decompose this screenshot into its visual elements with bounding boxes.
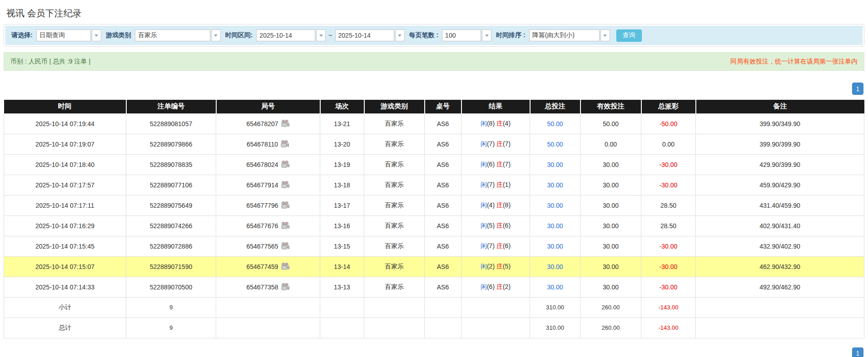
game-type-value[interactable]: 百家乐 (135, 29, 210, 41)
totals-empty-cell (364, 297, 425, 318)
query-mode-dropdown-button[interactable] (92, 29, 101, 41)
table-number-cell: AS6 (425, 215, 461, 236)
totals-valid-bet-cell: 260.00 (580, 297, 641, 318)
round-number: 654677914 (246, 181, 278, 189)
pagination-bottom: 1 (4, 347, 863, 357)
summary-bar: 币别 : 人民币 | 总共 :9 注单 | 同局有效投注，统一计算在该局第一张注… (4, 52, 864, 71)
totals-empty-cell (425, 318, 461, 338)
valid-bet-cell: 50.00 (580, 113, 641, 134)
total-bet-cell: 30.00 (530, 236, 580, 256)
total-bet-link[interactable]: 30.00 (547, 243, 563, 250)
total-bet-link[interactable]: 30.00 (547, 202, 563, 209)
round-number: 654677459 (246, 263, 278, 270)
game-type-cell: 百家乐 (364, 277, 425, 297)
session-cell: 13-13 (320, 277, 364, 297)
query-mode-select[interactable]: 日期查询 (36, 29, 101, 41)
query-mode-value[interactable]: 日期查询 (36, 29, 91, 41)
video-camera-icon[interactable] (281, 120, 290, 127)
game-type-select[interactable]: 百家乐 (135, 29, 221, 41)
date-to-picker[interactable]: 2025-10-14 (335, 29, 405, 41)
page-size-dropdown-button[interactable] (482, 29, 491, 41)
banker-result-value: (6) (503, 222, 511, 229)
video-camera-icon[interactable] (280, 140, 289, 148)
search-button[interactable]: 查询 (616, 29, 642, 42)
video-camera-icon[interactable] (281, 201, 290, 209)
page-size-select[interactable]: 100 (442, 29, 491, 41)
video-camera-icon[interactable] (281, 263, 290, 270)
video-camera-icon[interactable] (281, 181, 290, 189)
total-bet-link[interactable]: 30.00 (547, 284, 563, 291)
sort-order-select[interactable]: 降冪(由大到小) (529, 29, 610, 41)
game-type-cell: 百家乐 (364, 175, 425, 195)
page-size-value[interactable]: 100 (442, 29, 481, 41)
date-to-dropdown-button[interactable] (395, 29, 405, 41)
total-bet-cell: 30.00 (530, 195, 580, 215)
result-cell: 闲(7) 庄(1) (461, 175, 530, 195)
sort-order-value[interactable]: 降冪(由大到小) (529, 29, 600, 41)
game-type-dropdown-button[interactable] (211, 29, 221, 41)
bet-record-row: 2025-10-14 07:16:29522889074266654677676… (4, 215, 864, 236)
remark-cell: 399.90/349.90 (696, 113, 864, 134)
session-cell: 13-19 (320, 154, 364, 175)
video-camera-icon[interactable] (281, 222, 290, 230)
table-number-cell: AS6 (425, 256, 461, 277)
payout-cell: -30.00 (641, 256, 696, 277)
bet-time-cell: 2025-10-14 07:14:33 (4, 277, 126, 297)
payout-cell: 28.50 (641, 215, 696, 236)
date-range-label: 时间区间: (225, 31, 253, 39)
page-1-button[interactable]: 1 (852, 83, 863, 95)
bet-time-cell: 2025-10-14 07:18:40 (4, 154, 126, 175)
filter-panel: 请选择: 日期查询 游戏类别 百家乐 时间区间: 2025-10-14 ~ 20… (4, 24, 864, 47)
payout-cell: 28.50 (641, 195, 696, 215)
payout-value: -50.00 (660, 120, 678, 127)
player-result-value: (7) (487, 140, 496, 147)
total-bet-link[interactable]: 30.00 (547, 222, 563, 230)
chevron-down-icon (485, 34, 489, 37)
total-bet-link[interactable]: 30.00 (547, 181, 563, 189)
total-bet-link[interactable]: 30.00 (547, 263, 563, 270)
payout-value: 28.50 (660, 202, 676, 209)
total-bet-link[interactable]: 50.00 (547, 120, 563, 127)
banker-result-label: 庄 (496, 140, 503, 147)
bet-records-table: 时间注单编号局号场次游戏类别桌号结果总投注有效投注总派彩备注 2025-10-1… (4, 100, 864, 338)
bet-id-cell: 522889078835 (126, 154, 216, 175)
filter-bar: 请选择: 日期查询 游戏类别 百家乐 时间区间: 2025-10-14 ~ 20… (5, 26, 863, 45)
player-result-label: 闲 (481, 222, 487, 229)
date-from-dropdown-button[interactable] (316, 29, 326, 41)
totals-total-bet-cell: 310.00 (530, 297, 580, 318)
result-cell: 闲(6) 庄(7) (461, 154, 530, 175)
total-bet-cell: 50.00 (530, 113, 580, 134)
total-bet-link[interactable]: 50.00 (547, 141, 563, 148)
chevron-down-icon (94, 34, 98, 37)
date-from-picker[interactable]: 2025-10-14 (256, 29, 326, 41)
same-round-note: 同局有效投注，统一计算在该局第一张注单内 (730, 58, 858, 66)
game-type-cell: 百家乐 (364, 256, 425, 277)
player-result-label: 闲 (481, 140, 487, 147)
table-number-cell: AS6 (425, 113, 461, 134)
result-cell: 闲(7) 庄(6) (461, 236, 530, 256)
table-number-cell: AS6 (425, 195, 461, 215)
bet-id-cell: 522889071590 (126, 256, 216, 277)
video-camera-icon[interactable] (281, 242, 290, 250)
bet-id-cell: 522889077106 (126, 175, 216, 195)
player-result-value: (2) (487, 263, 496, 270)
total-bet-cell: 30.00 (530, 256, 580, 277)
game-type-cell: 百家乐 (364, 134, 425, 154)
player-result-label: 闲 (481, 283, 487, 290)
date-from-value[interactable]: 2025-10-14 (256, 29, 315, 41)
totals-label-cell: 小计 (4, 297, 126, 318)
video-camera-icon[interactable] (281, 283, 290, 291)
column-header: 注单编号 (126, 100, 216, 113)
round-number-cell: 654678024 (216, 154, 320, 175)
bet-id-cell: 522889070500 (126, 277, 216, 297)
table-number-cell: AS6 (425, 154, 461, 175)
sort-order-dropdown-button[interactable] (600, 29, 610, 41)
video-camera-icon[interactable] (281, 161, 290, 168)
remark-cell: 429.90/399.90 (696, 154, 864, 175)
page-1-button[interactable]: 1 (852, 347, 863, 357)
player-result-label: 闲 (481, 181, 487, 188)
total-bet-link[interactable]: 30.00 (547, 161, 563, 168)
session-cell: 13-15 (320, 236, 364, 256)
totals-label-cell: 总计 (4, 318, 126, 338)
date-to-value[interactable]: 2025-10-14 (335, 29, 394, 41)
